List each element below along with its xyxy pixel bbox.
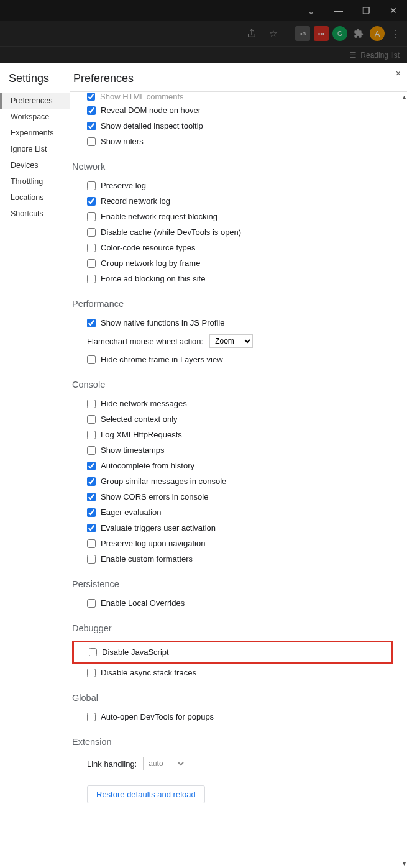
browser-menu-icon[interactable]: ⋮ [388,28,403,40]
setting-reveal-dom-node-on-hover: Reveal DOM node on hover [72,103,405,118]
setting-enable-network-request-blocking: Enable network request blocking [72,209,405,224]
setting-label: Selected context only [101,414,178,424]
checkbox[interactable] [87,555,96,564]
sidebar-item-ignore-list[interactable]: Ignore List [0,141,70,157]
profile-avatar[interactable]: A [370,26,385,41]
preferences-scroll-area[interactable]: ▴ Show HTML comments Reveal DOM node on … [70,92,407,868]
setting-label: Hide network messages [101,399,187,408]
scroll-down-arrow-icon[interactable]: ▾ [403,860,406,867]
checkbox[interactable] [87,197,96,206]
setting-label: Force ad blocking on this site [101,274,205,283]
setting-hide-chrome-frame-in-layers-view: Hide chrome frame in Layers view [72,352,405,367]
scroll-up-arrow-icon[interactable]: ▴ [403,93,406,100]
setting-disable-javascript-highlighted: Disable JavaScript [72,641,393,664]
flamechart-label: Flamechart mouse wheel action: [87,337,203,346]
setting-show-native-functions-in-js-profile: Show native functions in JS Profile [72,315,405,331]
checkbox[interactable] [87,431,96,439]
setting-hide-network-messages: Hide network messages [72,396,405,411]
sidebar-item-locations[interactable]: Locations [0,190,70,206]
setting-auto-open-devtools-for-popups: Auto-open DevTools for popups [72,709,405,724]
sidebar-item-shortcuts[interactable]: Shortcuts [0,206,70,222]
sidebar-item-workspace[interactable]: Workspace [0,109,70,125]
checkbox[interactable] [87,137,96,146]
restore-defaults-button[interactable]: Restore defaults and reload [87,785,205,803]
setting-show-timestamps: Show timestamps [72,442,405,458]
checkbox[interactable] [87,319,96,327]
checkbox[interactable] [87,493,96,501]
setting-label: Group network log by frame [101,258,200,268]
close-window-button[interactable]: ✕ [385,2,402,19]
setting-label: Autocomplete from history [101,461,194,470]
close-settings-button[interactable]: × [396,68,401,78]
devtools-settings-panel: × Settings PreferencesWorkspaceExperimen… [0,63,407,868]
checkbox[interactable] [87,669,96,677]
sidebar-item-preferences[interactable]: Preferences [0,93,70,109]
checkbox[interactable] [87,524,96,532]
checkbox[interactable] [87,275,96,283]
sidebar-item-throttling[interactable]: Throttling [0,173,70,190]
checkbox[interactable] [87,228,96,237]
setting-label: Auto-open DevTools for popups [101,712,214,721]
checkbox[interactable] [87,477,96,486]
link-handling-label: Link handling: [87,759,137,769]
flamechart-setting: Flamechart mouse wheel action: Zoom [72,331,405,352]
checkbox[interactable] [87,259,96,268]
checkbox[interactable] [87,446,96,455]
checkbox[interactable] [87,400,96,408]
setting-disable-cache-while-devtools-is-open-: Disable cache (while DevTools is open) [72,224,405,240]
extension-grammarly-icon[interactable]: G [332,26,347,41]
checkbox[interactable] [87,599,96,608]
section-header-global: Global [72,680,405,709]
setting-selected-context-only: Selected context only [72,411,405,427]
checkbox[interactable] [87,106,96,115]
setting-log-xmlhttprequests: Log XMLHttpRequests [72,427,405,442]
reading-list-icon[interactable]: ☰ [349,50,357,60]
section-header-debugger: Debugger [72,611,405,639]
setting-label: Show CORS errors in console [101,492,208,501]
checkbox[interactable] [87,415,96,424]
section-header-persistence: Persistence [72,567,405,595]
checkbox[interactable] [87,212,96,221]
setting-label: Disable JavaScript [102,647,169,657]
setting-label: Show native functions in JS Profile [101,318,224,327]
link-handling-select[interactable]: auto [143,757,186,770]
extension-ublock-icon[interactable]: uB [295,26,310,41]
setting-preserve-log-upon-navigation: Preserve log upon navigation [72,536,405,551]
setting-label: Show rulers [101,137,144,146]
browser-toolbar: ☆ uB ••• G A ⋮ [0,21,407,46]
checkbox[interactable] [87,713,96,721]
setting-force-ad-blocking-on-this-site: Force ad blocking on this site [72,271,405,286]
extensions-menu-icon[interactable] [351,26,366,41]
setting-label: Show timestamps [101,445,165,455]
tab-dropdown-icon[interactable]: ⌄ [307,5,315,17]
settings-sidebar: Settings PreferencesWorkspaceExperiments… [0,63,70,868]
sidebar-item-experiments[interactable]: Experiments [0,125,70,141]
flamechart-select[interactable]: Zoom [209,334,253,348]
setting-label: Group similar messages in console [101,477,226,486]
checkbox-show-html-comments[interactable] [87,93,95,101]
checkbox[interactable] [87,244,96,252]
setting-enable-custom-formatters: Enable custom formatters [72,551,405,567]
checkbox-disable-javascript[interactable] [89,648,97,656]
section-header-performance: Performance [72,286,405,315]
checkbox[interactable] [87,122,96,130]
share-icon[interactable] [243,25,260,42]
sidebar-item-devices[interactable]: Devices [0,157,70,173]
setting-label: Enable Local Overrides [101,598,185,608]
maximize-button[interactable]: ❐ [357,2,375,19]
checkbox[interactable] [87,462,96,470]
setting-enable-local-overrides: Enable Local Overrides [72,595,405,611]
checkbox[interactable] [87,508,96,517]
setting-label: Disable async stack traces [101,668,196,677]
setting-label: Hide chrome frame in Layers view [101,355,223,364]
checkbox[interactable] [87,181,96,190]
bookmark-bar: ☰ Reading list [0,46,407,63]
setting-disable-async-stack-traces: Disable async stack traces [72,665,405,680]
reading-list-label[interactable]: Reading list [360,51,400,60]
checkbox[interactable] [87,539,96,548]
minimize-button[interactable]: — [330,2,347,19]
bookmark-star-icon[interactable]: ☆ [264,25,281,42]
checkbox[interactable] [87,355,96,364]
extension-red-icon[interactable]: ••• [314,26,329,41]
setting-show-cors-errors-in-console: Show CORS errors in console [72,489,405,505]
